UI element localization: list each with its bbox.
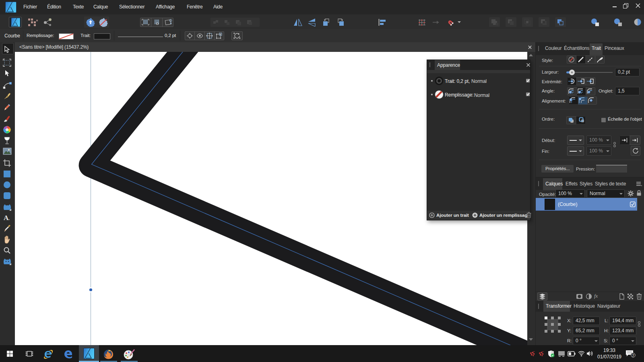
svg-text:7: 7	[632, 353, 634, 358]
